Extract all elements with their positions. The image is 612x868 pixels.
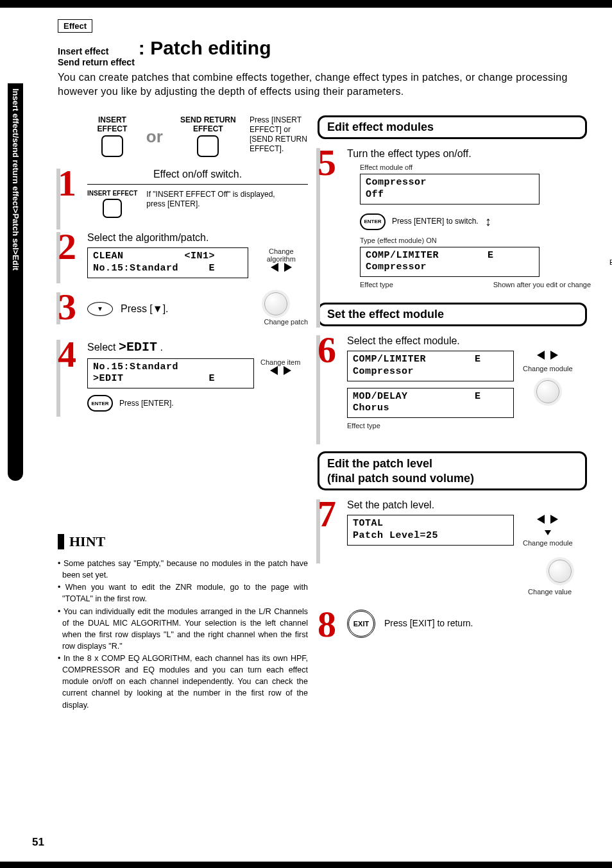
step-7: 7 Set the patch level. TOTAL Patch Level… (318, 499, 587, 596)
hint-item: • When you want to edit the ZNR module, … (58, 581, 308, 605)
title-main: : Patch editing (139, 37, 271, 59)
effect-type-caption: Effect type (360, 281, 393, 288)
step-4-title: Select >EDIT . (87, 340, 308, 355)
step-2-title: Select the algorithm/patch. (87, 232, 308, 244)
effect-button-row: INSERT EFFECT or SEND RETURN EFFECT Pres… (87, 115, 308, 157)
step-8-number: 8 (318, 610, 336, 639)
step5-sub1: Effect module off (360, 163, 587, 171)
step-4-number: 4 (58, 340, 76, 369)
dial-knob[interactable] (536, 380, 559, 403)
step-6-title: Select the effect module. (347, 335, 587, 347)
step-7-number: 7 (318, 499, 336, 529)
side-tab: Insert effect/send return effect>Patch s… (8, 83, 23, 481)
hint-bar-icon (58, 534, 64, 549)
hint-item: • In the 8 x COMP EQ ALGORITHM, each cha… (58, 653, 308, 711)
down-arrow-icon (545, 530, 551, 535)
down-cursor-button[interactable]: ▼ (87, 302, 113, 316)
step5-lcd1: Compressor Off (360, 174, 540, 204)
or-text: or (146, 127, 163, 147)
left-arrow-icon (270, 366, 278, 375)
hint-list: • Some patches say "Empty," because no m… (58, 558, 308, 711)
step4-title-prefix: Select (87, 342, 119, 353)
left-arrow-icon (537, 351, 545, 360)
change-module-caption: Change module (523, 539, 573, 547)
page-number: 51 (32, 836, 44, 849)
hint-section: HINT • Some patches say "Empty," because… (58, 533, 308, 712)
send-return-button[interactable] (197, 135, 219, 157)
step-4: 4 Select >EDIT . No.15:Standard >EDIT E … (58, 340, 308, 412)
effect-type-caption: Effect type (347, 422, 514, 430)
edit-effect-modules-heading: Edit effect modules (318, 115, 587, 139)
insert-effect-button[interactable] (101, 135, 123, 157)
dial-knob[interactable] (264, 292, 287, 315)
title-line1: Insert effect (58, 46, 135, 57)
right-arrow-icon (284, 366, 291, 375)
exit-button[interactable]: EXIT (347, 610, 375, 638)
step-3: 3 ▼ Press [▼]. Change patch (58, 292, 308, 326)
edit-patch-level-heading: Edit the patch level (final patch sound … (318, 451, 587, 490)
step2-lcd: CLEAN <IN1> No.15:Standard E (87, 247, 248, 278)
step4-title-code: >EDIT (119, 340, 157, 355)
step-3-number: 3 (58, 292, 76, 322)
right-arrow-icon (550, 351, 558, 360)
step7-lcd: TOTAL Patch Level=25 (347, 515, 514, 546)
step-7-title: Set the patch level. (347, 499, 587, 511)
header-bar (0, 0, 612, 8)
step3-cap: Change patch (264, 318, 309, 326)
step6-lcd1: COMP/LIMITER E Compressor (347, 351, 514, 381)
hint-title: HINT (58, 533, 308, 550)
hint-title-text: HINT (69, 533, 105, 550)
step-8: 8 EXIT Press [EXIT] to return. (318, 610, 587, 638)
enter-button[interactable]: ENTER (360, 213, 386, 230)
change-value-caption: Change value (347, 588, 572, 596)
step5-enter-note: Press [ENTER] to switch. (392, 217, 479, 226)
edit-mark-caption: E: Edit mark (609, 258, 612, 266)
hint-item: • Some patches say "Empty," because no m… (58, 558, 308, 581)
step-1-number: 1 (58, 169, 76, 198)
page-title: Insert effect Send return effect : Patch… (58, 37, 271, 68)
press-note: Press [INSERT EFFECT] or [SEND RETURN EF… (250, 115, 308, 154)
step4-lcd: No.15:Standard >EDIT E (87, 358, 254, 389)
step-2: 2 Select the algorithm/patch. CLEAN <IN1… (58, 232, 308, 278)
step-3-title: Press [▼]. (121, 303, 169, 315)
category-box: Effect (58, 19, 92, 33)
step8-note: Press [EXIT] to return. (384, 618, 473, 630)
dial-knob[interactable] (548, 560, 572, 583)
send-return-label: SEND RETURN EFFECT (172, 115, 244, 133)
right-column: Edit effect modules 5 Turn the effect ty… (318, 115, 587, 652)
step4-enter-note: Press [ENTER]. (119, 399, 174, 408)
step4-cap: Change item (260, 358, 300, 366)
left-column: INSERT EFFECT or SEND RETURN EFFECT Pres… (58, 115, 308, 426)
insert-effect-label: INSERT EFFECT (87, 115, 137, 133)
step-6-number: 6 (318, 335, 336, 365)
step1-note: If "INSERT EFFECT Off" is displayed, pre… (146, 190, 287, 209)
hint-item: • You can individually edit the modules … (58, 606, 308, 653)
step-6: 6 Select the effect module. COMP/LIMITER… (318, 335, 587, 430)
right-arrow-icon (284, 263, 292, 272)
step-5: 5 Turn the effect types on/off. Effect m… (318, 148, 587, 288)
step-2-number: 2 (58, 232, 76, 262)
step1-insert-button[interactable] (103, 199, 122, 218)
title-line2: Send return effect (58, 57, 135, 68)
step5-sub2: Type (effect module) ON (360, 237, 587, 244)
footer-bar (0, 862, 612, 868)
intro-text: You can create patches that combine effe… (58, 71, 586, 99)
step6-lcd2: MOD/DELAY E Chorus (347, 388, 514, 419)
step-1-title: Effect on/off switch. (87, 169, 308, 180)
step-5-title: Turn the effect types on/off. (347, 148, 587, 160)
updown-arrow-icon: ↕ (485, 214, 491, 229)
step-1: 1 Effect on/off switch. INSERT EFFECT If… (58, 169, 308, 218)
change-module-caption: Change module (523, 365, 573, 372)
step4-title-suffix: . (157, 342, 163, 353)
enter-button[interactable]: ENTER (87, 395, 113, 412)
step1-btn-label: INSERT EFFECT (87, 190, 137, 197)
step-5-number: 5 (318, 148, 336, 178)
step5-lcd2: COMP/LIMITER E Compressor (360, 247, 540, 278)
set-effect-module-heading: Set the effect module (318, 303, 587, 326)
left-arrow-icon (537, 515, 545, 524)
step2-cap1: Change algorithm (255, 247, 308, 263)
right-arrow-icon (550, 515, 558, 524)
shown-after-caption: Shown after you edit or change (493, 281, 591, 288)
left-arrow-icon (271, 263, 278, 272)
